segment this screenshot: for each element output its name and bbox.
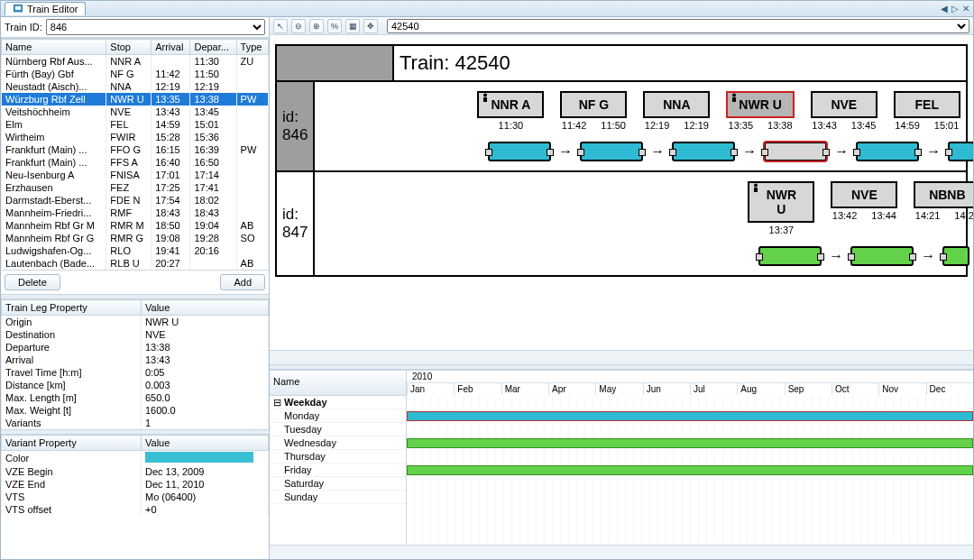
graph-train-select[interactable]: 42540 [387, 19, 969, 33]
title-tab[interactable]: Train Editor [5, 2, 86, 15]
table-row[interactable]: Ludwigshafen-Og...RLO19:4120:16 [2, 244, 269, 257]
train-id-select[interactable]: 846 [46, 19, 265, 35]
stops-column[interactable]: Depar... [190, 40, 236, 55]
table-row[interactable]: Fürth (Bay) GbfNF G11:4211:50 [2, 68, 269, 80]
leg-value-col[interactable]: Value [142, 300, 269, 316]
month-label: Sep [785, 383, 832, 395]
property-row[interactable]: Travel Time [h:m]0:05 [2, 366, 269, 379]
table-row[interactable]: Mannheim Rbf Gr MRMR M18:5019:04AB [2, 219, 269, 232]
stops-column[interactable]: Name [2, 40, 106, 55]
property-row[interactable]: Color [2, 451, 269, 466]
property-row[interactable]: Departure13:38 [2, 341, 269, 353]
weekday-row[interactable]: Thursday [270, 450, 406, 464]
table-row[interactable]: Mannheim-Friedri...RMF18:4318:43 [2, 207, 269, 219]
property-row[interactable]: Variants1 [2, 417, 269, 429]
nav-right-icon[interactable]: ▷ [951, 4, 959, 14]
track-segment[interactable] [758, 246, 822, 266]
track-segment[interactable] [764, 142, 827, 161]
station-node[interactable]: NF G11:4211:50 [560, 91, 627, 131]
table-row[interactable]: ErzhausenFEZ17:2517:41 [2, 181, 269, 194]
stops-column[interactable]: Arrival [152, 40, 190, 55]
weekday-row[interactable]: Wednesday [270, 436, 406, 450]
person-icon [481, 90, 490, 99]
nav-left-icon[interactable]: ◀ [941, 4, 948, 14]
svg-point-2 [483, 94, 487, 97]
weekday-row[interactable]: Monday [270, 409, 406, 423]
month-label: Jul [690, 383, 737, 395]
table-row[interactable]: VeitshöchheimNVE13:4313:45 [2, 106, 269, 118]
close-icon[interactable]: ✕ [962, 4, 969, 14]
property-row[interactable]: Max. Length [m]650.0 [2, 391, 269, 404]
variant-property-table: Variant Property Value ColorVZE BeginDec… [1, 435, 269, 516]
weekday-group[interactable]: Weekday [270, 396, 406, 409]
month-label: Dec [926, 383, 973, 395]
title-text: Train Editor [27, 4, 78, 14]
weekday-row[interactable]: Friday [270, 464, 406, 477]
property-row[interactable]: VZE BeginDec 13, 2009 [2, 465, 269, 478]
property-row[interactable]: VZE EndDec 11, 2010 [2, 478, 269, 491]
graph-area[interactable]: Train: 42540 id: 846NNR A11:30NF G11:421… [270, 35, 973, 350]
pointer-tool-icon[interactable]: ↖ [273, 19, 288, 33]
table-row[interactable]: Darmstadt-Eberst...FDE N17:5418:02 [2, 194, 269, 207]
color-swatch[interactable] [145, 452, 253, 463]
zoom-out-icon[interactable]: ⊖ [291, 19, 306, 33]
leg-prop-col[interactable]: Train Leg Property [2, 300, 142, 316]
zoom-in-icon[interactable]: ⊕ [309, 19, 324, 33]
graph-hscrollbar[interactable] [270, 350, 973, 364]
track-segment[interactable] [672, 142, 735, 161]
station-node[interactable]: NVE13:4213:44 [831, 181, 897, 221]
timeline-grid[interactable] [407, 396, 973, 545]
station-node[interactable]: FEL14:5915:01 [894, 91, 960, 131]
property-row[interactable]: VTS offset+0 [2, 503, 269, 516]
property-row[interactable]: DestinationNVE [2, 328, 269, 341]
weekday-row[interactable]: Saturday [270, 477, 406, 491]
table-row[interactable]: Frankfurt (Main) ...FFO G16:1516:39PW [2, 143, 269, 156]
add-button[interactable]: Add [220, 274, 265, 290]
table-row[interactable]: Frankfurt (Main) ...FFS A16:4016:50 [2, 156, 269, 169]
graph-row-id: id: 846 [277, 82, 315, 170]
table-row[interactable]: Nürnberg Rbf Aus...NNR A11:30ZU [2, 55, 269, 69]
left-panel: Train ID: 846 NameStopArrivalDepar...Typ… [1, 17, 270, 559]
timeline-bar[interactable] [407, 438, 973, 448]
timeline-bar[interactable] [407, 465, 973, 475]
table-row[interactable]: WirtheimFWIR15:2815:36 [2, 131, 269, 143]
table-row[interactable]: Mannheim Rbf Gr GRMR G19:0819:28SO [2, 232, 269, 244]
track-segment[interactable] [850, 246, 914, 266]
table-row[interactable]: ElmFEL14:5915:01 [2, 118, 269, 131]
weekday-row[interactable]: Sunday [270, 491, 406, 504]
timeline-hscrollbar[interactable] [270, 545, 973, 559]
var-value-col[interactable]: Value [142, 436, 269, 451]
station-node[interactable]: NBNB14:2114:29 [914, 181, 973, 221]
table-row[interactable]: Neu-Isenburg AFNISA17:0117:14 [2, 169, 269, 181]
table-row[interactable]: Neustadt (Aisch)...NNA12:1912:19 [2, 80, 269, 93]
timeline-bar[interactable] [407, 411, 973, 421]
property-row[interactable]: OriginNWR U [2, 316, 269, 329]
track-segment[interactable] [856, 142, 919, 161]
stops-column[interactable]: Type [236, 40, 268, 55]
table-row[interactable]: Lautenbach (Bade...RLB U20:27AB [2, 257, 269, 270]
property-row[interactable]: Max. Weight [t]1600.0 [2, 404, 269, 417]
station-node[interactable]: NVE13:4313:45 [811, 91, 878, 131]
station-node[interactable]: NNA12:1912:19 [643, 91, 710, 131]
svg-rect-3 [483, 97, 487, 102]
property-row[interactable]: VTSMo (06400) [2, 491, 269, 503]
delete-button[interactable]: Delete [5, 274, 60, 290]
move-tool-icon[interactable]: ✥ [363, 19, 378, 33]
track-segment[interactable] [488, 142, 551, 161]
timeline-panel: Name 2010 JanFebMarAprMayJunJulAugSepOct… [270, 370, 973, 559]
property-row[interactable]: Arrival13:43 [2, 353, 269, 366]
station-node[interactable]: NNR A11:30 [477, 91, 544, 131]
month-label: Oct [832, 383, 878, 395]
graph-title: Train: 42540 [394, 46, 966, 80]
var-prop-col[interactable]: Variant Property [2, 436, 142, 451]
stops-column[interactable]: Stop [106, 40, 152, 55]
percent-tool-icon[interactable]: % [327, 19, 342, 33]
property-row[interactable]: Distance [km]0.003 [2, 379, 269, 391]
station-node[interactable]: NWR U13:37 [748, 181, 814, 235]
station-node[interactable]: NWR U13:3513:38 [726, 91, 794, 131]
fit-tool-icon[interactable]: ▦ [345, 19, 360, 33]
track-segment[interactable] [580, 142, 643, 161]
weekday-row[interactable]: Tuesday [270, 423, 406, 436]
table-row[interactable]: Würzburg Rbf ZellNWR U13:3513:38PW [2, 93, 269, 106]
timeline-name-header[interactable]: Name [270, 371, 406, 396]
